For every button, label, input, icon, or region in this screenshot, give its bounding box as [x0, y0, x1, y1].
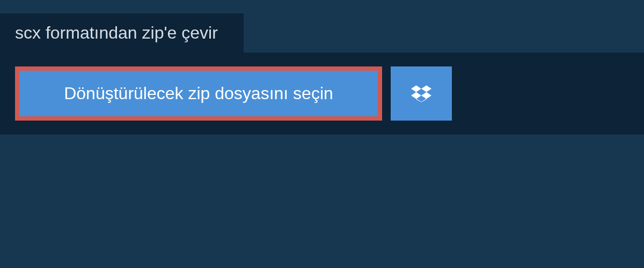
- tab-label: scx formatından zip'e çevir: [15, 23, 218, 42]
- select-file-button[interactable]: Dönüştürülecek zip dosyasını seçin: [15, 66, 382, 121]
- dropbox-icon: [411, 84, 431, 104]
- upload-panel: Dönüştürülecek zip dosyasını seçin: [0, 53, 644, 135]
- tab-bar: scx formatından zip'e çevir: [0, 13, 644, 53]
- select-file-label: Dönüştürülecek zip dosyasını seçin: [64, 84, 333, 103]
- tab-convert[interactable]: scx formatından zip'e çevir: [0, 13, 244, 53]
- dropbox-button[interactable]: [391, 66, 452, 121]
